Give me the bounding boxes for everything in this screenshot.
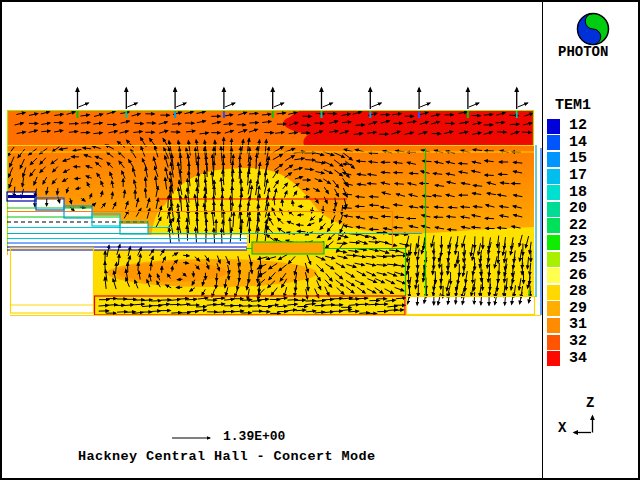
legend: 121415171820222325262829313234 — [547, 118, 587, 367]
legend-value: 26 — [569, 268, 587, 284]
legend-entry: 22 — [547, 218, 587, 235]
legend-swatch — [547, 318, 560, 333]
legend-entry: 34 — [547, 350, 587, 367]
legend-value: 31 — [569, 317, 587, 333]
legend-value: 22 — [569, 218, 587, 234]
legend-entry: 26 — [547, 267, 587, 284]
legend-value: 25 — [569, 251, 587, 267]
legend-entry: 28 — [547, 284, 587, 301]
legend-entry: 31 — [547, 317, 587, 334]
outline-green-stage-box — [252, 242, 324, 254]
legend-entry: 18 — [547, 184, 587, 201]
legend-value: 20 — [569, 201, 587, 217]
legend-value: 32 — [569, 334, 587, 350]
legend-swatch — [547, 301, 560, 316]
legend-swatch — [547, 235, 560, 250]
legend-swatch — [547, 351, 560, 366]
legend-swatch — [547, 119, 560, 134]
legend-value: 28 — [569, 284, 587, 300]
legend-swatch — [547, 202, 560, 217]
legend-entry: 12 — [547, 118, 587, 135]
legend-swatch — [547, 335, 560, 350]
legend-entry: 20 — [547, 201, 587, 218]
legend-swatch — [547, 268, 560, 283]
legend-swatch — [547, 169, 560, 184]
legend-swatch — [547, 185, 560, 200]
region-void-bottom-left — [8, 248, 94, 314]
legend-value: 17 — [569, 168, 587, 184]
legend-value: 29 — [569, 301, 587, 317]
legend-swatch — [547, 218, 560, 233]
legend-value: 34 — [569, 351, 587, 367]
legend-swatch — [547, 285, 560, 300]
vector-scale-label: 1.39E+00 — [223, 429, 285, 444]
plot-title: Hackney Central Hall - Concert Mode — [78, 449, 376, 464]
legend-entry: 29 — [547, 301, 587, 318]
legend-entry: 32 — [547, 334, 587, 351]
legend-entry: 25 — [547, 251, 587, 268]
legend-value: 23 — [569, 234, 587, 250]
plot-canvas — [2, 2, 638, 478]
axis-x-label: X — [558, 420, 566, 436]
legend-entry: 23 — [547, 234, 587, 251]
region-balcony-void-core — [117, 262, 227, 282]
legend-value: 14 — [569, 135, 587, 151]
legend-entry: 17 — [547, 168, 587, 185]
legend-value: 18 — [569, 185, 587, 201]
legend-value: 15 — [569, 151, 587, 167]
legend-value: 12 — [569, 118, 587, 134]
legend-swatch — [547, 135, 560, 150]
axis-z-label: Z — [586, 395, 594, 411]
photon-logo-icon — [578, 14, 609, 45]
axis-indicator-arrows — [574, 416, 593, 433]
photon-logo-label: PHOTON — [558, 44, 608, 60]
legend-entry: 14 — [547, 135, 587, 152]
legend-swatch — [547, 252, 560, 267]
legend-title: TEM1 — [555, 97, 591, 114]
legend-entry: 15 — [547, 151, 587, 168]
photon-window: PHOTON TEM1 1214151718202223252628293132… — [0, 0, 640, 480]
legend-swatch — [547, 152, 560, 167]
